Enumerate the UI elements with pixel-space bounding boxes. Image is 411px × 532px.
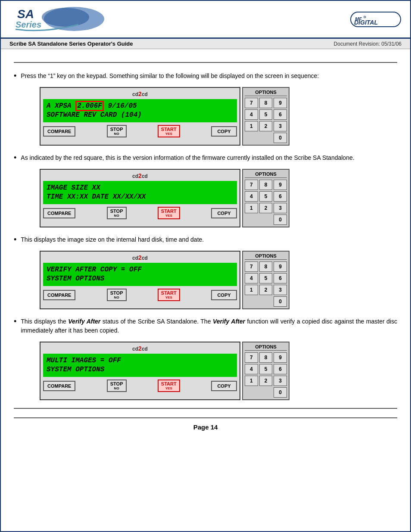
key-6-3[interactable]: 6 [274, 273, 287, 283]
device-panel-3: cd2cd VERIFY AFTER COPY = OFF SYSTEM OPT… [40, 251, 290, 309]
key-5-1[interactable]: 5 [259, 109, 273, 120]
key-7-1[interactable]: 7 [245, 98, 258, 108]
svg-text:Series: Series [16, 20, 41, 29]
display-line-3a: VERIFY AFTER COPY = OFF [47, 265, 234, 274]
options-title-1: OPTIONS [245, 90, 287, 96]
keypad-2: 7 8 9 4 5 6 1 2 3 0 [245, 180, 287, 225]
key-3-1[interactable]: 3 [274, 121, 287, 131]
bullet-dot-2: • [14, 153, 16, 162]
start-label-2: START [161, 208, 177, 214]
key-3-4[interactable]: 3 [274, 376, 287, 386]
key-2-2[interactable]: 2 [259, 203, 273, 213]
start-label-3: START [161, 290, 177, 296]
compare-button-1[interactable]: COMPARE [43, 126, 75, 137]
key-4-4[interactable]: 4 [245, 364, 258, 374]
key-9-2[interactable]: 9 [274, 180, 287, 190]
key-6-4[interactable]: 6 [274, 364, 287, 374]
bullet-dot-1: • [14, 72, 16, 81]
stop-no-2: NO [110, 214, 123, 218]
header-subtitle: Scribe SA Standalone Series Operator's G… [1, 39, 410, 49]
verify-after-em-1: Verify After [68, 318, 100, 325]
main-content: • Press the “1” key on the keypad. Somet… [1, 49, 410, 445]
stop-no-4: NO [110, 386, 123, 390]
mf-digital-logo-area: MF D DIGITAL [350, 9, 402, 30]
key-0-1[interactable]: 0 [274, 133, 287, 143]
display-line-4b: SYSTEM OPTIONS [47, 365, 234, 374]
start-yes-2: YES [161, 214, 177, 218]
key-3-2[interactable]: 3 [274, 203, 287, 213]
key-7-3[interactable]: 7 [245, 261, 258, 272]
key-0-2[interactable]: 0 [274, 215, 287, 225]
key-4-1[interactable]: 4 [245, 109, 258, 120]
key-8-1[interactable]: 8 [259, 98, 273, 108]
key-1-3[interactable]: 1 [245, 285, 258, 295]
start-label-4: START [161, 381, 177, 386]
stop-button-1[interactable]: STOP NO [107, 125, 127, 137]
key-4-3[interactable]: 4 [245, 273, 258, 283]
cd-num-1: 2 [138, 90, 142, 97]
bullet-text-4: This displays the Verify After status of… [21, 317, 397, 335]
key-0-3[interactable]: 0 [274, 296, 287, 307]
keypad-4: 7 8 9 4 5 6 1 2 3 0 [245, 352, 287, 398]
device-main-2: cd2cd IMAGE SIZE XX TIME XX:XX DATE XX/X… [40, 169, 240, 227]
key-9-1[interactable]: 9 [274, 98, 287, 108]
compare-button-4[interactable]: COMPARE [43, 381, 75, 391]
bottom-divider [14, 408, 397, 409]
key-0-4[interactable]: 0 [274, 387, 287, 398]
key-5-2[interactable]: 5 [259, 191, 273, 202]
start-yes-3: YES [161, 296, 177, 299]
copy-button-2[interactable]: COPY [211, 208, 237, 218]
button-row-2: COMPARE STOP NO START YES COPY [43, 207, 237, 219]
stop-button-2[interactable]: STOP NO [107, 207, 127, 219]
key-6-2[interactable]: 6 [274, 191, 287, 202]
key-1-1[interactable]: 1 [245, 121, 258, 131]
key-7-2[interactable]: 7 [245, 180, 258, 190]
sa-series-logo: SA Series [9, 5, 104, 33]
display-line-3b: SYSTEM OPTIONS [47, 274, 234, 283]
key-5-3[interactable]: 5 [259, 273, 273, 283]
cd2cd-logo-1: cd2cd [43, 90, 237, 97]
key-2-1[interactable]: 2 [259, 121, 273, 131]
guide-title: Scribe SA Standalone Series Operator's G… [9, 40, 133, 47]
key-8-3[interactable]: 8 [259, 261, 273, 272]
start-yes-4: YES [161, 386, 177, 390]
key-6-1[interactable]: 6 [274, 109, 287, 120]
bullet-item-4: • This displays the Verify After status … [14, 317, 397, 335]
stop-label-3: STOP [110, 290, 123, 296]
copy-button-4[interactable]: COPY [211, 381, 237, 391]
display-screen-1: A XPSA 2.006F 9/16/05 SOFTWARE REV CARD … [43, 99, 237, 122]
display-screen-4: MULTI IMAGES = OFF SYSTEM OPTIONS [43, 354, 237, 377]
svg-point-1 [42, 8, 89, 27]
key-2-3[interactable]: 2 [259, 285, 273, 295]
start-button-4[interactable]: START YES [158, 380, 180, 392]
red-box-version: 2.006F [75, 101, 104, 111]
stop-no-3: NO [110, 296, 123, 299]
compare-button-2[interactable]: COMPARE [43, 208, 75, 218]
key-2-4[interactable]: 2 [259, 376, 273, 386]
page-number: Page 14 [193, 423, 218, 431]
options-title-4: OPTIONS [245, 344, 287, 351]
display-line-2a: IMAGE SIZE XX [47, 184, 234, 193]
device-panel-4: cd2cd MULTI IMAGES = OFF SYSTEM OPTIONS … [40, 342, 290, 400]
key-1-2[interactable]: 1 [245, 203, 258, 213]
key-9-4[interactable]: 9 [274, 352, 287, 363]
copy-button-1[interactable]: COPY [211, 126, 237, 137]
copy-button-3[interactable]: COPY [211, 290, 237, 300]
key-8-4[interactable]: 8 [259, 352, 273, 363]
key-9-3[interactable]: 9 [274, 261, 287, 272]
key-3-3[interactable]: 3 [274, 285, 287, 295]
stop-button-3[interactable]: STOP NO [107, 289, 127, 301]
key-4-2[interactable]: 4 [245, 191, 258, 202]
start-button-2[interactable]: START YES [158, 207, 180, 219]
start-button-3[interactable]: START YES [158, 289, 180, 301]
key-8-2[interactable]: 8 [259, 180, 273, 190]
stop-button-4[interactable]: STOP NO [107, 380, 127, 392]
key-5-4[interactable]: 5 [259, 364, 273, 374]
start-yes-1: YES [161, 132, 177, 136]
key-1-4[interactable]: 1 [245, 376, 258, 386]
compare-button-3[interactable]: COMPARE [43, 290, 75, 300]
key-7-4[interactable]: 7 [245, 352, 258, 363]
display-line-1b: SOFTWARE REV CARD (104) [47, 111, 234, 120]
start-button-1[interactable]: START YES [158, 125, 180, 137]
display-line-2b: TIME XX:XX DATE XX/XX/XX [47, 193, 234, 202]
